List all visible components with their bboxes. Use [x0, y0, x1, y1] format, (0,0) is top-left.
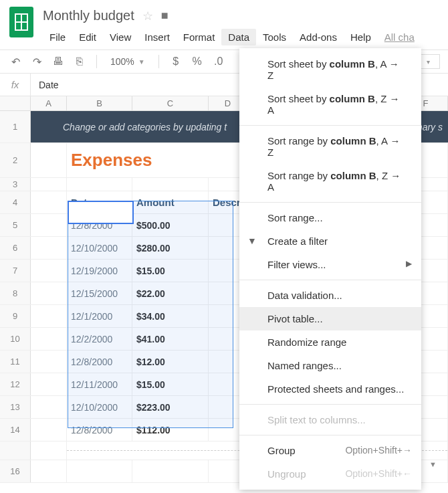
menuitem-sort-range-az[interactable]: Sort range by column B, A → Z — [239, 129, 421, 164]
rownum[interactable]: 11 — [0, 351, 31, 373]
menu-tools[interactable]: Tools — [256, 29, 293, 45]
rownum[interactable]: 13 — [0, 396, 31, 418]
fx-icon: fx — [0, 74, 31, 96]
banner-text-left: Change or add categories by updating t — [63, 122, 227, 132]
cell-amount: $112.00 — [136, 425, 171, 435]
menu-format[interactable]: Format — [177, 29, 222, 45]
t: column B — [330, 135, 376, 146]
cell-date: 12/19/2000 — [71, 266, 118, 276]
menu-insert[interactable]: Insert — [138, 29, 177, 45]
t: Create a filter — [267, 235, 328, 247]
all-changes-link[interactable]: All cha — [378, 29, 421, 45]
rownum[interactable]: 10 — [0, 328, 31, 350]
rownum[interactable]: 9 — [0, 305, 31, 327]
star-icon[interactable]: ☆ — [142, 9, 153, 23]
menu-view[interactable]: View — [103, 29, 138, 45]
menuitem-named-ranges[interactable]: Named ranges... — [239, 354, 421, 377]
cell-date: 12/10/2000 — [71, 402, 118, 413]
cell-amount: $34.00 — [136, 311, 165, 322]
print-icon[interactable]: 🖶 — [51, 54, 66, 69]
menuitem-protected-sheets[interactable]: Protected sheets and ranges... — [239, 377, 421, 401]
menuitem-group[interactable]: GroupOption+Shift+→ — [239, 439, 421, 462]
t: Sort sheet by — [267, 58, 330, 70]
menuitem-split-text: Split text to columns... — [239, 408, 421, 431]
menu-help[interactable]: Help — [344, 29, 378, 45]
data-menu-dropdown: Sort sheet by column B, A → Z Sort sheet… — [239, 48, 421, 490]
menu-edit[interactable]: Edit — [72, 29, 103, 45]
rownum[interactable]: 8 — [0, 282, 31, 304]
cell-amount: $280.00 — [136, 243, 171, 254]
folder-icon[interactable]: ■ — [161, 9, 169, 23]
chevron-down-icon: ▼ — [138, 58, 145, 66]
cell-amount: $22.00 — [136, 288, 165, 299]
shortcut: Option+Shift+→ — [345, 445, 412, 456]
cell-date: 12/10/2000 — [71, 243, 118, 254]
percent-button[interactable]: % — [190, 54, 205, 69]
paint-format-icon[interactable]: ⎘ — [72, 54, 87, 69]
title-area: Monthly budget ☆ ■ File Edit View Insert… — [43, 7, 421, 50]
rownum[interactable]: 14 — [0, 419, 31, 441]
rownum[interactable]: 5 — [0, 214, 31, 236]
rownum[interactable]: 3 — [0, 178, 31, 191]
menuitem-data-validation[interactable]: Data validation... — [239, 284, 421, 307]
expenses-title: Expenses — [71, 150, 152, 171]
rownum[interactable]: 1 — [0, 111, 31, 142]
cell-date: 12/2/2000 — [71, 334, 112, 344]
doc-title[interactable]: Monthly budget — [43, 7, 134, 25]
t: column B — [330, 170, 376, 181]
zoom-value: 100% — [110, 56, 134, 67]
rownum[interactable]: 6 — [0, 237, 31, 259]
t: column B — [330, 58, 375, 70]
menuitem-create-filter[interactable]: ▼Create a filter — [239, 229, 421, 253]
menuitem-filter-views[interactable]: Filter views...▶ — [239, 253, 421, 276]
t: Filter views... — [267, 259, 326, 270]
t: Ungroup — [267, 468, 306, 480]
cell-date: 12/8/2000 — [71, 220, 112, 231]
rownum[interactable]: 7 — [0, 260, 31, 282]
cell-date: 12/8/2000 — [71, 357, 112, 367]
currency-button[interactable]: $ — [169, 54, 183, 69]
menuitem-ungroup: UngroupOption+Shift+← — [239, 462, 421, 486]
cell-date: 12/15/2000 — [71, 288, 118, 299]
rownum[interactable]: 16 — [0, 460, 31, 482]
menuitem-pivot-table[interactable]: Pivot table... — [239, 307, 421, 330]
th-amount: Amount — [136, 197, 175, 208]
sheets-logo-icon[interactable] — [9, 7, 33, 37]
rownum[interactable]: 12 — [0, 373, 31, 395]
menuitem-sort-sheet-az[interactable]: Sort sheet by column B, A → Z — [239, 52, 421, 87]
cell-amount: $12.00 — [136, 357, 165, 367]
menu-separator — [239, 280, 421, 280]
redo-icon[interactable]: ↷ — [29, 54, 44, 69]
decimal-button[interactable]: .0 — [211, 54, 226, 69]
cell-amount: $500.00 — [136, 220, 171, 231]
cell-amount: $15.00 — [136, 379, 165, 390]
menuitem-randomize-range[interactable]: Randomize range — [239, 330, 421, 354]
menuitem-sort-range[interactable]: Sort range... — [239, 206, 421, 229]
titlebar: Monthly budget ☆ ■ File Edit View Insert… — [0, 0, 448, 50]
rownum[interactable] — [0, 441, 31, 460]
rownum[interactable]: 4 — [0, 191, 31, 213]
menuitem-sort-range-za[interactable]: Sort range by column B, Z → A — [239, 164, 421, 199]
chevron-down-icon[interactable]: ▼ — [429, 460, 437, 468]
menu-separator — [239, 125, 421, 126]
submenu-arrow-icon: ▶ — [406, 259, 412, 268]
menu-separator — [239, 202, 421, 203]
t: Sort range by — [267, 170, 330, 181]
menu-data[interactable]: Data — [221, 29, 256, 45]
colhead-B[interactable]: B — [67, 96, 132, 110]
cell-amount: $15.00 — [136, 266, 165, 276]
undo-icon[interactable]: ↶ — [8, 54, 23, 69]
colhead-A[interactable]: A — [31, 96, 67, 110]
t: Sort range by — [267, 135, 330, 146]
menuitem-sort-sheet-za[interactable]: Sort sheet by column B, Z → A — [239, 87, 421, 122]
th-date: Date — [71, 197, 93, 208]
colhead-C[interactable]: C — [132, 96, 209, 110]
toolbar-divider — [96, 55, 97, 68]
cell-date: 12/1/2000 — [71, 311, 112, 322]
menu-addons[interactable]: Add-ons — [293, 29, 344, 45]
formula-input[interactable]: Date — [31, 74, 67, 96]
cell-date: 12/8/2000 — [71, 425, 112, 435]
zoom-select[interactable]: 100%▼ — [106, 56, 149, 67]
rownum[interactable]: 2 — [0, 143, 31, 177]
menu-file[interactable]: File — [43, 29, 72, 45]
